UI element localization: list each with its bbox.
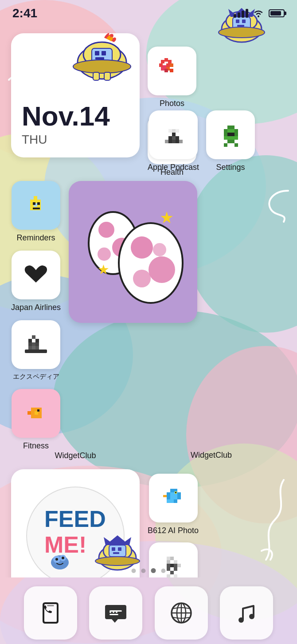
svg-rect-111 [38,411,42,415]
svg-rect-157 [170,564,174,567]
svg-rect-64 [168,129,172,133]
svg-rect-72 [224,133,227,136]
svg-rect-57 [176,136,179,140]
battery-icon [269,9,285,17]
svg-rect-80 [227,140,231,143]
svg-rect-93 [33,202,35,205]
app-b612[interactable]: B612 AI Photo [148,474,199,535]
app-fitness[interactable]: Fitness [11,389,61,451]
app-reminders[interactable]: Reminders [11,181,61,243]
svg-rect-145 [177,496,181,499]
svg-rect-105 [25,349,47,353]
svg-rect-102 [28,346,32,349]
svg-rect-103 [32,346,35,349]
dock-safari[interactable] [155,586,208,640]
svg-rect-154 [167,560,170,564]
svg-rect-38 [161,67,164,71]
svg-rect-32 [166,63,170,67]
app-photos-label: Photos [160,99,184,108]
mascot-bottom-decoration [89,531,146,575]
svg-rect-31 [168,60,172,63]
svg-rect-159 [177,564,181,567]
widget-day-text: THU [22,133,129,147]
svg-rect-65 [176,129,179,133]
svg-rect-81 [231,140,234,143]
svg-rect-67 [231,126,234,129]
svg-rect-137 [170,489,174,492]
svg-rect-27 [93,72,99,80]
widget-date-label: WidgetClub [11,451,140,460]
svg-rect-113 [35,415,38,418]
svg-point-118 [98,222,114,238]
svg-rect-97 [32,335,35,339]
widget-mascot [64,29,135,82]
svg-rect-77 [227,136,231,140]
svg-rect-76 [224,136,227,140]
svg-rect-109 [31,411,35,415]
svg-rect-29 [161,60,164,63]
svg-rect-146 [167,499,170,503]
widget-date-text: Nov.14 [22,102,129,130]
app-photos[interactable]: Photos [148,47,196,108]
svg-rect-148 [174,499,177,503]
widget-eggs[interactable]: ★ ★ [69,181,197,323]
dock-phone[interactable] [24,586,77,640]
svg-rect-61 [165,140,168,143]
svg-rect-201 [109,610,122,612]
svg-rect-152 [167,557,170,560]
svg-rect-66 [227,126,231,129]
svg-rect-142 [167,496,170,499]
svg-rect-96 [28,339,32,342]
svg-point-123 [148,256,175,283]
svg-rect-74 [231,133,234,136]
svg-rect-164 [174,574,177,577]
app-podcast[interactable]: Apple Podcast [148,110,199,172]
svg-rect-60 [176,140,179,143]
svg-text:ME!: ME! [44,532,86,558]
svg-rect-196 [112,547,115,551]
dock-messages[interactable] [89,586,142,640]
svg-rect-34 [170,63,173,67]
svg-rect-100 [32,342,35,346]
svg-rect-78 [231,136,234,140]
svg-rect-114 [38,415,42,418]
svg-text:FEED: FEED [44,506,106,532]
status-icons [234,9,285,18]
app-jal-label: Japan Airlines [11,303,61,312]
dock-music[interactable] [220,586,273,640]
svg-rect-136 [167,492,170,496]
wifi-icon [253,9,264,18]
svg-rect-25 [95,57,104,59]
svg-rect-59 [172,140,176,143]
svg-rect-28 [104,72,110,80]
svg-rect-36 [164,69,168,72]
app-jal[interactable]: Japan Airlines [11,251,61,312]
svg-rect-195 [109,545,126,557]
dock [0,582,297,644]
svg-rect-30 [164,58,168,62]
svg-rect-62 [179,140,183,143]
svg-rect-162 [170,571,174,574]
svg-rect-55 [172,133,176,136]
app-reminders-label: Reminders [17,233,55,243]
app-expedia[interactable]: エクスペディア [11,320,61,381]
svg-rect-106 [31,408,35,411]
svg-rect-147 [170,499,174,503]
svg-text:★: ★ [160,208,174,227]
app-expedia-label: エクスペディア [13,373,59,381]
svg-rect-70 [231,129,234,133]
svg-point-205 [116,611,117,613]
app-settings[interactable]: Settings [206,110,255,172]
svg-rect-141 [177,492,181,496]
svg-point-26 [73,60,131,73]
svg-rect-143 [170,496,174,499]
eggs-illustration: ★ ★ [73,185,193,318]
svg-rect-54 [168,136,172,140]
widget-date[interactable]: Nov.14 THU [11,33,140,157]
svg-rect-112 [31,415,35,418]
svg-point-124 [133,270,151,287]
svg-rect-200 [47,605,54,606]
svg-rect-75 [234,133,238,136]
svg-rect-99 [28,342,32,346]
messages-icon [102,600,129,626]
